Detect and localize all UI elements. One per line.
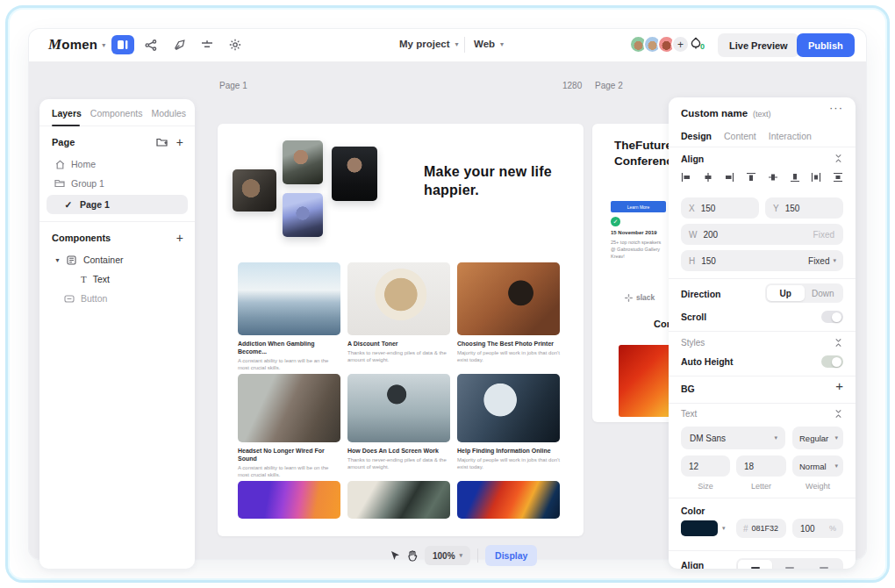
sliders-icon: [201, 39, 213, 50]
scroll-toggle[interactable]: [821, 311, 843, 323]
add-collaborator-button[interactable]: +: [671, 35, 690, 54]
font-style-select[interactable]: Regular ▾: [792, 427, 843, 449]
y-position-field[interactable]: Y 150: [765, 197, 843, 219]
width-field[interactable]: W 200 Fixed: [681, 224, 843, 245]
button-icon: [64, 295, 75, 303]
add-component-icon[interactable]: +: [176, 231, 183, 245]
text-align-left-option[interactable]: [738, 560, 772, 569]
credits-count: 0: [700, 42, 705, 51]
auto-height-toggle[interactable]: [821, 355, 843, 368]
logo-menu[interactable]: Momen ▾: [48, 36, 105, 54]
hero-heading[interactable]: Make your new life happier.: [424, 162, 560, 199]
page1-artboard[interactable]: Make your new life happier. Addiction Wh…: [218, 124, 584, 536]
card-description: Majority of people will work in jobs tha…: [457, 349, 560, 363]
preferences-button[interactable]: [224, 35, 247, 54]
distribute-vertical-icon[interactable]: [833, 172, 843, 183]
text-align-center-option[interactable]: [772, 560, 806, 569]
align-top-icon[interactable]: [746, 172, 756, 183]
tab-content[interactable]: Content: [724, 131, 756, 141]
article-card[interactable]: Headset No Longer Wired For Sound A cons…: [238, 374, 340, 478]
collapse-icon[interactable]: [834, 154, 843, 163]
component-item-text[interactable]: T Text: [39, 269, 195, 289]
credits-indicator[interactable]: 0: [690, 37, 705, 51]
x-position-field[interactable]: X 150: [681, 197, 759, 219]
share-nodes-button[interactable]: [140, 35, 162, 54]
element-name[interactable]: Custom name: [681, 108, 748, 118]
align-center-vertical-icon[interactable]: [768, 172, 778, 183]
article-card[interactable]: [238, 481, 340, 519]
pen-tool-button[interactable]: [168, 35, 190, 54]
article-card[interactable]: Choosing The Best Photo Printer Majority…: [457, 262, 560, 371]
publish-button[interactable]: Publish: [797, 33, 855, 57]
live-preview-button[interactable]: Live Preview: [718, 33, 799, 57]
cursor-icon[interactable]: [390, 550, 400, 561]
letter-spacing-field[interactable]: 18: [736, 455, 786, 477]
color-swatch-select[interactable]: ▾: [681, 520, 726, 536]
tab-components[interactable]: Components: [90, 108, 143, 118]
color-opacity-field[interactable]: 100 %: [792, 519, 843, 538]
sidebar-item-home[interactable]: Home: [39, 154, 195, 174]
add-page-icon[interactable]: +: [176, 135, 183, 149]
font-size-field[interactable]: 12: [681, 455, 730, 477]
distribute-horizontal-icon[interactable]: [811, 172, 821, 183]
chevron-down-icon: ▾: [722, 525, 726, 532]
article-card[interactable]: Help Finding Information Online Majority…: [457, 374, 560, 478]
weight-label: Weight: [792, 482, 843, 491]
gear-icon: [229, 39, 241, 51]
opacity-unit: %: [829, 524, 836, 533]
tab-modules[interactable]: Modules: [151, 108, 186, 118]
portrait-photo[interactable]: [233, 169, 276, 212]
h-mode[interactable]: Fixed: [808, 256, 829, 266]
zoom-select[interactable]: 100% ▾: [425, 546, 470, 565]
portrait-photo[interactable]: [283, 193, 323, 237]
sidebar-item-page1[interactable]: ✓ Page 1: [47, 195, 188, 214]
inspector-panel: Custom name (text) ··· Design Content In…: [669, 97, 856, 569]
settings-sliders-button[interactable]: [196, 35, 218, 54]
page-section-header: Page +: [39, 126, 195, 154]
layers-panel-button[interactable]: [111, 35, 134, 54]
portrait-photo[interactable]: [332, 147, 377, 201]
more-menu-icon[interactable]: ···: [829, 101, 843, 114]
card-description: Thanks to never-ending piles of data & t…: [347, 456, 450, 470]
divider: [669, 550, 856, 551]
tab-layers[interactable]: Layers: [52, 108, 82, 118]
display-button[interactable]: Display: [485, 545, 537, 566]
page2-label[interactable]: Page 2: [595, 81, 623, 90]
portrait-photo[interactable]: [283, 140, 323, 184]
collapse-icon[interactable]: [834, 338, 843, 348]
article-card[interactable]: Addiction When Gambling Become... A cons…: [238, 262, 340, 371]
article-card[interactable]: How Does An Lcd Screen Work Thanks to ne…: [347, 374, 450, 478]
tab-interaction[interactable]: Interaction: [769, 131, 812, 141]
align-center-horizontal-icon[interactable]: [703, 172, 713, 183]
add-bg-icon[interactable]: +: [835, 378, 843, 393]
toggle-knob: [832, 357, 841, 367]
align-bottom-icon[interactable]: [790, 172, 800, 183]
sidebar-item-group1[interactable]: Group 1: [39, 174, 195, 193]
font-family-select[interactable]: DM Sans ▾: [681, 427, 785, 449]
color-hex-field[interactable]: # 081F32: [736, 519, 786, 538]
event-date: 15 November 2019: [611, 230, 657, 235]
component-item-button[interactable]: Button: [39, 289, 195, 308]
article-card[interactable]: [457, 481, 560, 519]
component-item-container[interactable]: ▼ Container: [39, 250, 195, 269]
article-card[interactable]: A Discount Toner Thanks to never-ending …: [347, 262, 450, 371]
tab-design[interactable]: Design: [681, 131, 712, 141]
app-window: Momen ▾: [29, 29, 866, 559]
collapse-icon[interactable]: [834, 409, 843, 419]
direction-segmented: Up Down: [765, 283, 843, 303]
platform-menu[interactable]: Web ▾: [474, 39, 504, 49]
home-icon: [54, 160, 65, 169]
direction-up-option[interactable]: Up: [767, 285, 805, 301]
font-weight-select[interactable]: Normal ▾: [792, 455, 843, 477]
learn-more-button[interactable]: Learn More: [611, 201, 666, 212]
height-field[interactable]: H 150 Fixed ▾: [681, 250, 843, 271]
article-card[interactable]: [347, 481, 450, 519]
align-left-icon[interactable]: [681, 172, 691, 183]
align-right-icon[interactable]: [724, 172, 734, 183]
page1-label[interactable]: Page 1: [219, 81, 247, 90]
text-align-right-option[interactable]: [807, 560, 841, 569]
add-folder-icon[interactable]: [156, 137, 168, 147]
hand-icon[interactable]: [407, 550, 418, 562]
project-menu[interactable]: My project ▾: [399, 39, 459, 49]
direction-down-option[interactable]: Down: [805, 285, 842, 301]
